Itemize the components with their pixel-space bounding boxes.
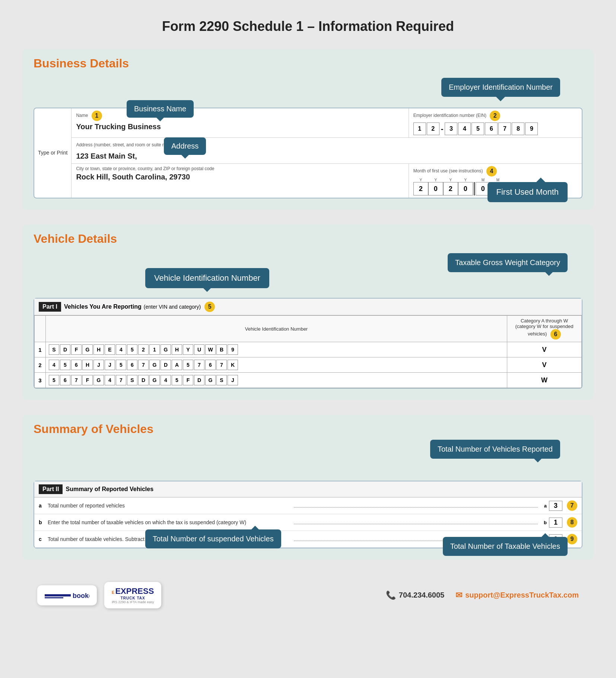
row-num-3: 3 (35, 373, 46, 388)
phone-number: 704.234.6005 (399, 591, 444, 599)
ein-digit-7: 7 (498, 122, 511, 135)
category-cell-2: V (507, 357, 582, 373)
ein-digit-2: 2 (427, 122, 439, 135)
name-value: Your Trucking Business (76, 122, 404, 132)
vehicle-section-wrapper: Vehicle Identification Number Taxable Gr… (34, 253, 582, 389)
callout-taxable-vehicles: Total Number of Taxable Vehicles (443, 537, 568, 556)
address-section: Address (number, street, and room or sui… (72, 138, 582, 164)
callout-ein: Employer Identification Number (441, 78, 560, 97)
vehicle-form-box: Part I Vehicles You Are Reporting (enter… (34, 298, 582, 389)
express-tagline: IRS 2290 & IFTA made easy (112, 600, 154, 604)
vehicle-section-title: Vehicle Details (34, 232, 582, 246)
col-vin-header: Vehicle Identification Number (46, 316, 507, 342)
result-value-a: 3 (549, 501, 562, 511)
ein-label: Employer identification number (EIN) 2 (413, 111, 577, 121)
vin-boxes-1: S D F G H E 4 5 2 1 (49, 344, 504, 355)
footer-logos: booker E EXPRESS TRUCK TAX IRS 2290 & IF… (37, 582, 161, 608)
callout-total-reported: Total Number of Vehicles Reported (430, 440, 560, 459)
phone-icon: 📞 (386, 591, 396, 600)
month-label: Month of first use (see instructions) 4 (413, 166, 577, 176)
ein-digit-5: 5 (471, 122, 484, 135)
col-row-num (35, 316, 46, 342)
booker-logo-svg: booker (45, 590, 89, 601)
month-digit-2: 0 (428, 182, 443, 195)
address-label: Address (number, street, and room or sui… (76, 140, 577, 150)
vehicle-row-3: 3 5 6 7 F G 4 7 S (35, 373, 582, 388)
line-text-a: Total number of reported vehicles (48, 503, 292, 509)
vin-boxes-2: 4 5 6 H J J 5 6 7 G (49, 360, 504, 370)
callout-vin: Vehicle Identification Number (145, 268, 269, 288)
line-key-b: b (39, 519, 45, 525)
footer-section: booker E EXPRESS TRUCK TAX IRS 2290 & IF… (22, 574, 594, 616)
vin-cell-3: 5 6 7 F G 4 7 S D G (46, 373, 507, 388)
month-separator (474, 182, 475, 195)
vin-boxes-3: 5 6 7 F G 4 7 S D G (49, 375, 504, 385)
month-digit-3: 2 (443, 182, 458, 195)
callout-suspended: Total Number of suspended Vehicles (145, 529, 281, 548)
badge-6: 6 (550, 329, 561, 340)
result-value-b: 1 (549, 518, 562, 528)
badge-4: 4 (486, 166, 497, 176)
month-box-group-2: Y 0 (428, 178, 443, 195)
type-or-print-label: Type or Print (34, 108, 72, 198)
callout-address: Address (164, 137, 206, 155)
svg-text:booker: booker (73, 592, 89, 599)
month-box-group-3: Y 2 (443, 178, 458, 195)
vehicle-row-2: 2 4 5 6 H J J 5 6 (35, 357, 582, 373)
summary-section: Summary of Vehicles Total Number of Vehi… (22, 415, 594, 560)
line-result-b: b 1 8 (540, 517, 577, 528)
month-digit-4: 0 (458, 182, 473, 195)
vehicle-table: Vehicle Identification Number Category A… (34, 315, 582, 388)
vehicle-part-label: Part I (39, 302, 61, 312)
line-key-a: a (39, 503, 45, 509)
page-title: Form 2290 Schedule 1 – Information Requi… (22, 15, 594, 38)
footer-contact: 📞 704.234.6005 ✉ support@ExpressTruckTax… (386, 591, 579, 600)
summary-part-header: Part II Summary of Reported Vehicles (34, 481, 582, 497)
express-truck-tax: TRUCK TAX (121, 596, 145, 600)
callout-taxable: Taxable Gross Weight Category (448, 253, 568, 272)
business-form-wrapper: Employer Identification Number Business … (34, 78, 582, 198)
address-value: 123 East Main St, (76, 151, 577, 161)
business-section-title: Business Details (34, 57, 582, 70)
line-key-c: c (39, 536, 45, 542)
badge-9: 9 (567, 534, 577, 544)
summary-section-title: Summary of Vehicles (34, 422, 582, 436)
ein-dash: - (440, 125, 444, 133)
contact-phone: 📞 704.234.6005 (386, 591, 444, 600)
callout-business-name: Business Name (127, 100, 194, 118)
svg-rect-0 (45, 594, 71, 596)
ein-digit-3: 3 (445, 122, 457, 135)
ein-digit-6: 6 (485, 122, 498, 135)
ein-digit-4: 4 (458, 122, 471, 135)
name-label: Name 1 (76, 111, 404, 121)
col-category-header: Category A through W (category W for sus… (507, 316, 582, 342)
city-label: City or town, state or province, country… (76, 166, 404, 171)
ein-digit-8: 8 (512, 122, 524, 135)
contact-email: ✉ support@ExpressTruckTax.com (455, 591, 579, 600)
badge-2: 2 (490, 111, 500, 121)
vehicle-part-header: Part I Vehicles You Are Reporting (enter… (34, 299, 582, 315)
vehicle-section: Vehicle Details Vehicle Identification N… (22, 225, 594, 400)
email-icon: ✉ (455, 591, 462, 600)
month-box-group-1: Y 2 (413, 178, 428, 195)
city-value: Rock Hill, South Carolina, 29730 (76, 172, 404, 182)
badge-5: 5 (204, 302, 215, 312)
ein-digit-9: 9 (525, 122, 538, 135)
vehicle-row-1: 1 S D F G H E 4 5 (35, 342, 582, 357)
page-container: Form 2290 Schedule 1 – Information Requi… (7, 7, 609, 623)
name-section: Name 1 Your Trucking Business (72, 108, 409, 137)
express-logo: E EXPRESS TRUCK TAX IRS 2290 & IFTA made… (104, 582, 161, 608)
summary-section-wrapper: Total Number of Vehicles Reported Total … (34, 443, 582, 548)
summary-part-label: Part II (39, 484, 63, 494)
email-address: support@ExpressTruckTax.com (465, 591, 579, 599)
badge-1: 1 (92, 111, 102, 121)
booker-logo: booker (37, 585, 97, 605)
city-section: City or town, state or province, country… (72, 164, 409, 198)
svg-rect-1 (45, 597, 63, 598)
month-digit-1: 2 (413, 182, 428, 195)
dots-a (294, 507, 538, 507)
vin-cell-1: S D F G H E 4 5 2 1 (46, 342, 507, 357)
summary-line-a: a Total number of reported vehicles a 3 … (34, 497, 582, 514)
month-box-group-4: Y 0 (458, 178, 473, 195)
line-result-a: a 3 7 (540, 500, 577, 511)
